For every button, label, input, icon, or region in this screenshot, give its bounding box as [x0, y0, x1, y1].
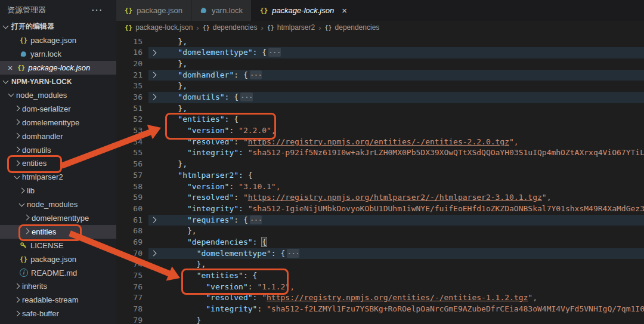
close-icon[interactable]: × [6, 63, 14, 73]
tree-item-label: domutils [22, 146, 51, 155]
breadcrumb-item-dependencies[interactable]: {}dependencies [325, 23, 380, 32]
code-line-15[interactable]: 15 }, [116, 36, 644, 48]
code-line-body: "domhandler": {··· [148, 70, 644, 81]
fold-gutter [148, 125, 158, 137]
line-number: 54 [116, 137, 148, 148]
tab-yarn.lock[interactable]: yarn.lock [191, 0, 252, 21]
chevron-right-icon [150, 50, 156, 55]
code-line-79[interactable]: 79 } [116, 315, 644, 324]
code-text: "resolved": "https://registry.npmjs.org/… [158, 292, 537, 304]
code-line-74[interactable]: 74 }, [116, 259, 644, 270]
code-text: }, [158, 159, 187, 170]
code-line-53[interactable]: 53 "version": "2.2.0", [116, 125, 644, 137]
breadcrumb-item-dependencies[interactable]: {}dependencies [203, 23, 258, 32]
more-actions-icon[interactable]: ··· [92, 5, 103, 14]
code-text: "integrity": "sha512-p92if5Nz619I0w+akJr… [158, 147, 644, 159]
tree-item-label: entities [32, 227, 56, 236]
tree-item-readable-stream[interactable]: readable-stream [0, 293, 116, 307]
tree-item-README.md[interactable]: iREADME.md [0, 266, 116, 280]
code-line-75[interactable]: 75 "entities": { [116, 270, 644, 282]
breadcrumb-item-package-lock.json[interactable]: {}package-lock.json [125, 23, 193, 32]
code-line-20[interactable]: 20 }, [116, 58, 644, 70]
code-line-16[interactable]: 16 "domelementtype": {··· [116, 47, 644, 58]
tree-item-safe-buffer[interactable]: safe-buffer [0, 307, 116, 320]
code-line-body: }, [148, 226, 644, 237]
tab-package-lock.json[interactable]: {}package-lock.json× [252, 0, 356, 21]
tree-item-domutils[interactable]: domutils [0, 143, 116, 157]
code-line-51[interactable]: 51 }, [116, 103, 644, 115]
workspace-header[interactable]: NPM-YARN-LOCK [0, 75, 116, 88]
chevron-right-icon [14, 133, 20, 139]
tree-item-lib[interactable]: lib [0, 184, 116, 198]
code-text: "dependencies": { [158, 237, 267, 248]
code-line-body: "domelementtype": {··· [148, 47, 644, 58]
fold-chevron-icon[interactable] [148, 70, 158, 81]
chevron-right-icon [14, 119, 20, 125]
tree-item-domelementtype[interactable]: domelementtype [0, 116, 116, 129]
explorer-title: 资源管理器 [7, 5, 92, 16]
open-editor-item-package.json[interactable]: {}package.json [0, 33, 116, 47]
tree-item-package.json[interactable]: {}package.json [0, 252, 116, 266]
code-line-36[interactable]: 36 "domutils": {··· [116, 92, 644, 103]
open-editor-item-yarn.lock[interactable]: yarn.lock [0, 47, 116, 61]
tree-item-node_modules[interactable]: node_modules [0, 198, 116, 211]
code-line-68[interactable]: 68 }, [116, 226, 644, 237]
yarn-icon [20, 50, 27, 58]
tree-item-label: lib [27, 186, 35, 195]
code-line-body: "domelementtype": {··· [148, 248, 644, 260]
tree-item-htmlparser2[interactable]: htmlparser2 [0, 170, 116, 184]
code-text: "version": "3.10.1", [158, 181, 281, 193]
tree-item-domhandler[interactable]: domhandler [0, 129, 116, 143]
code-line-57[interactable]: 57 "htmlparser2": { [116, 170, 644, 181]
breadcrumb-item-htmlparser2[interactable]: {}htmlparser2 [267, 23, 315, 32]
line-number: 58 [116, 181, 148, 193]
code-line-body: }, [148, 81, 644, 92]
code-line-35[interactable]: 35 }, [116, 81, 644, 92]
code-line-60[interactable]: 60 "integrity": "sha512-IgieNijUMbkDovyo… [116, 203, 644, 215]
code-line-58[interactable]: 58 "version": "3.10.1", [116, 181, 644, 193]
code-editor[interactable]: 15 },16 "domelementtype": {···20 },21 "d… [116, 34, 644, 324]
code-line-21[interactable]: 21 "domhandler": {··· [116, 70, 644, 81]
tab-label: yarn.lock [212, 6, 243, 15]
open-editor-item-package-lock.json[interactable]: ×{}package-lock.json [0, 61, 116, 75]
tab-package.json[interactable]: {}package.json [116, 0, 191, 21]
line-number: 36 [116, 92, 148, 103]
code-text: "resolved": "https://registry.npmjs.org/… [158, 192, 551, 203]
close-icon[interactable]: × [342, 5, 347, 16]
code-line-78[interactable]: 78 "integrity": "sha512-f2LZMYl1Fzu7YSBK… [116, 304, 644, 315]
code-line-56[interactable]: 56 }, [116, 159, 644, 170]
tree-item-domelementtype[interactable]: domelementtype [0, 211, 116, 225]
code-line-76[interactable]: 76 "version": "1.1.2", [116, 282, 644, 293]
tree-item-node_modules[interactable]: node_modules [0, 88, 116, 102]
tree-item-inherits[interactable]: inherits [0, 279, 116, 293]
tree-item-dom-serializer[interactable]: dom-serializer [0, 102, 116, 116]
line-number: 74 [116, 259, 148, 270]
chevron-right-icon [24, 215, 30, 221]
code-line-61[interactable]: 61 "requires": {··· [116, 215, 644, 226]
code-line-70[interactable]: 70 "domelementtype": {··· [116, 248, 644, 260]
json-file-icon: {} [125, 24, 132, 32]
code-line-55[interactable]: 55 "integrity": "sha512-p92if5Nz619I0w+a… [116, 147, 644, 159]
tree-item-entities[interactable]: entities [0, 156, 116, 170]
code-line-59[interactable]: 59 "resolved": "https://registry.npmjs.o… [116, 192, 644, 203]
code-line-body: "entities": { [148, 114, 644, 125]
json-file-icon: {} [20, 255, 27, 263]
tree-item-label: README.md [31, 269, 77, 277]
breadcrumb: {}package-lock.json›{}dependencies›{}htm… [116, 21, 644, 34]
code-line-54[interactable]: 54 "resolved": "https://registry.npmjs.o… [116, 137, 644, 148]
tab-bar: {}package.jsonyarn.lock{}package-lock.js… [116, 0, 644, 21]
code-line-52[interactable]: 52 "entities": { [116, 114, 644, 125]
code-line-body: "resolved": "https://registry.npmjs.org/… [148, 292, 644, 304]
tree-item-entities[interactable]: entities [0, 225, 116, 239]
fold-gutter [148, 226, 158, 237]
fold-chevron-icon[interactable] [148, 248, 158, 260]
fold-chevron-icon[interactable] [148, 47, 158, 58]
code-text: "requires": {··· [158, 215, 262, 226]
open-editors-header[interactable]: 打开的编辑器 [0, 20, 116, 33]
code-line-69[interactable]: 69 "dependencies": { [116, 237, 644, 248]
code-line-77[interactable]: 77 "resolved": "https://registry.npmjs.o… [116, 292, 644, 304]
line-number: 78 [116, 304, 148, 315]
tree-item-LICENSE[interactable]: LICENSE [0, 239, 116, 252]
fold-chevron-icon[interactable] [148, 92, 158, 103]
fold-chevron-icon[interactable] [148, 215, 158, 226]
